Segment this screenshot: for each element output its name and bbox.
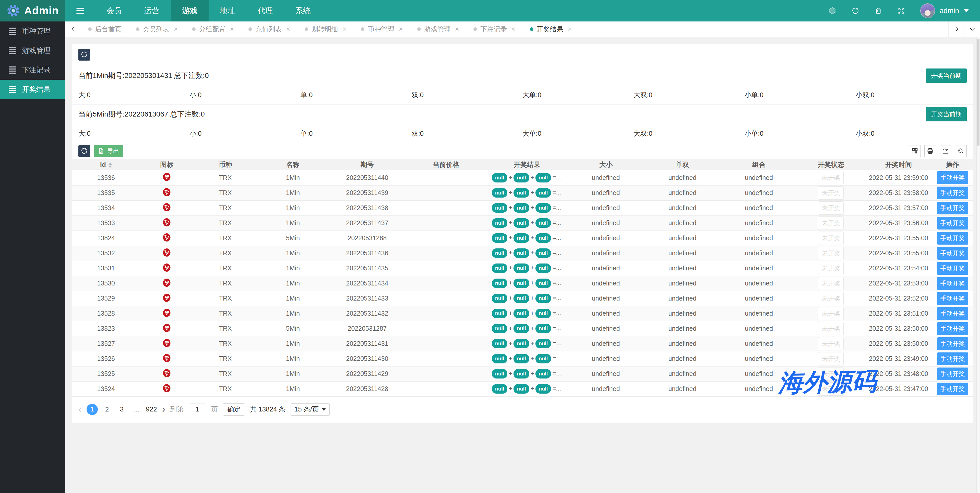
tabs-scroll-right-button[interactable] bbox=[948, 21, 964, 37]
tab[interactable]: 会员列表× bbox=[129, 21, 185, 37]
cell-parity: undefined bbox=[644, 351, 721, 366]
page-next-button[interactable]: › bbox=[162, 405, 165, 414]
sidebar: 币种管理游戏管理下注记录开奖结果 bbox=[0, 21, 65, 493]
language-icon[interactable] bbox=[828, 6, 837, 15]
tab[interactable]: 开奖结果× bbox=[523, 21, 579, 37]
user-menu[interactable]: admin bbox=[920, 3, 969, 18]
tab-close-icon[interactable]: × bbox=[511, 26, 515, 33]
cell-id: 13534 bbox=[72, 200, 140, 215]
trash-icon[interactable] bbox=[874, 6, 883, 15]
nav-item-代理[interactable]: 代理 bbox=[247, 0, 284, 21]
tab-close-icon[interactable]: × bbox=[230, 26, 234, 33]
tab-close-icon[interactable]: × bbox=[455, 26, 459, 33]
cell-id: 13536 bbox=[72, 170, 140, 185]
nav-item-游戏[interactable]: 游戏 bbox=[171, 0, 208, 21]
result-badge: null bbox=[535, 279, 551, 288]
col-header-id[interactable]: id bbox=[72, 159, 140, 170]
tab-close-icon[interactable]: × bbox=[568, 26, 572, 33]
draw-current-period-button[interactable]: 开奖当前期 bbox=[926, 69, 967, 83]
status-badge: 未开奖 bbox=[818, 171, 844, 184]
nav-item-会员[interactable]: 会员 bbox=[95, 0, 133, 21]
trx-coin-icon bbox=[162, 188, 171, 196]
main-area: 后台首页会员列表×分组配置×充值列表×划转明细×币种管理×游戏管理×下注记录×开… bbox=[65, 21, 980, 493]
result-suffix: =... bbox=[552, 219, 561, 226]
tab-close-icon[interactable]: × bbox=[399, 26, 402, 33]
tab[interactable]: 划转明细× bbox=[298, 21, 354, 37]
manual-draw-button[interactable]: 手动开奖 bbox=[937, 187, 968, 199]
sort-icon[interactable] bbox=[108, 163, 112, 168]
manual-draw-button[interactable]: 手动开奖 bbox=[937, 292, 968, 305]
cell-action: 手动开奖 bbox=[932, 246, 973, 261]
cell-size: undefined bbox=[568, 351, 644, 366]
export-data-button[interactable] bbox=[940, 145, 951, 157]
page-number[interactable]: 922 bbox=[146, 404, 157, 415]
trx-coin-icon bbox=[162, 339, 171, 347]
cell-name: 1Min bbox=[257, 366, 329, 381]
cell-result: null+null+null=... bbox=[487, 381, 567, 396]
manual-draw-button[interactable]: 手动开奖 bbox=[937, 307, 968, 320]
page-size-select[interactable]: 15 条/页 bbox=[291, 403, 329, 416]
draw-current-period-button[interactable]: 开奖当前期 bbox=[926, 107, 967, 121]
table-header-row: id图标币种名称期号当前价格开奖结果大小单双组合开奖状态开奖时间操作 bbox=[72, 159, 973, 170]
cell-coin: TRX bbox=[194, 215, 257, 231]
manual-draw-button[interactable]: 手动开奖 bbox=[937, 367, 968, 380]
nav-item-地址[interactable]: 地址 bbox=[208, 0, 247, 21]
goto-page-input[interactable] bbox=[189, 404, 206, 415]
table-row: 13528 TRX1Min202205311432null+null+null=… bbox=[72, 306, 973, 321]
cell-time: 2022-05-31 23:51:00 bbox=[865, 306, 932, 321]
manual-draw-button[interactable]: 手动开奖 bbox=[937, 202, 968, 214]
manual-draw-button[interactable]: 手动开奖 bbox=[937, 337, 968, 350]
manual-draw-button[interactable]: 手动开奖 bbox=[937, 262, 968, 275]
columns-filter-button[interactable] bbox=[909, 145, 921, 157]
trx-coin-icon bbox=[162, 172, 171, 181]
tab[interactable]: 后台首页 bbox=[81, 21, 129, 37]
trx-coin-icon bbox=[162, 384, 171, 392]
refresh-table-button[interactable] bbox=[78, 145, 90, 157]
fullscreen-icon[interactable] bbox=[897, 6, 905, 15]
tabs-scroll-left-button[interactable] bbox=[65, 21, 81, 37]
tab[interactable]: 游戏管理× bbox=[410, 21, 466, 37]
tab-close-icon[interactable]: × bbox=[286, 26, 290, 33]
manual-draw-button[interactable]: 手动开奖 bbox=[937, 232, 968, 244]
col-header-label: 图标 bbox=[160, 161, 173, 168]
manual-draw-button[interactable]: 手动开奖 bbox=[937, 247, 968, 260]
tab[interactable]: 下注记录× bbox=[466, 21, 522, 37]
manual-draw-button[interactable]: 手动开奖 bbox=[937, 277, 968, 290]
sidebar-collapse-button[interactable] bbox=[65, 0, 95, 21]
refresh-icon[interactable] bbox=[851, 6, 859, 15]
manual-draw-button[interactable]: 手动开奖 bbox=[937, 217, 968, 230]
cell-icon bbox=[140, 246, 194, 261]
sidebar-item[interactable]: 币种管理 bbox=[0, 21, 65, 41]
col-header-label: 币种 bbox=[219, 161, 232, 168]
page-number[interactable]: 3 bbox=[116, 404, 127, 415]
manual-draw-button[interactable]: 手动开奖 bbox=[937, 383, 968, 396]
search-button[interactable] bbox=[955, 145, 967, 157]
tab[interactable]: 充值列表× bbox=[241, 21, 298, 37]
nav-item-系统[interactable]: 系统 bbox=[284, 0, 322, 21]
manual-draw-button[interactable]: 手动开奖 bbox=[937, 171, 968, 184]
nav-item-运营[interactable]: 运营 bbox=[133, 0, 171, 21]
print-button[interactable] bbox=[924, 145, 936, 157]
refresh-panels-button[interactable] bbox=[78, 49, 90, 61]
tab[interactable]: 分组配置× bbox=[185, 21, 241, 37]
export-button[interactable]: 导出 bbox=[94, 145, 123, 157]
page-number[interactable]: 1 bbox=[87, 404, 98, 415]
goto-confirm-button[interactable]: 确定 bbox=[223, 403, 245, 416]
cell-size: undefined bbox=[568, 366, 644, 381]
manual-draw-button[interactable]: 手动开奖 bbox=[937, 353, 968, 365]
tab-close-icon[interactable]: × bbox=[342, 26, 347, 33]
tab-close-icon[interactable]: × bbox=[173, 26, 178, 33]
page-prev-button[interactable]: ‹ bbox=[78, 405, 81, 414]
sidebar-item[interactable]: 游戏管理 bbox=[0, 41, 65, 60]
tab[interactable]: 币种管理× bbox=[354, 21, 410, 37]
scrollbar-thumb[interactable] bbox=[977, 38, 980, 146]
tabs-menu-button[interactable] bbox=[964, 21, 980, 37]
trx-coin-icon bbox=[162, 294, 171, 302]
tab-label: 下注记录 bbox=[480, 25, 507, 34]
page-number[interactable]: 2 bbox=[101, 404, 113, 415]
manual-draw-button[interactable]: 手动开奖 bbox=[937, 322, 968, 335]
list-icon bbox=[9, 67, 16, 73]
sidebar-item[interactable]: 开奖结果 bbox=[0, 80, 65, 99]
scrollbar[interactable] bbox=[977, 37, 980, 493]
sidebar-item[interactable]: 下注记录 bbox=[0, 60, 65, 80]
